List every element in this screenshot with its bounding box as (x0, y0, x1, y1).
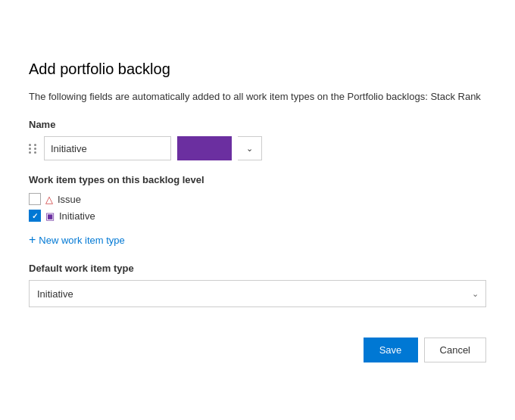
work-items-label: Work item types on this backlog level (29, 174, 486, 185)
issue-label: Issue (58, 194, 81, 205)
color-picker-button[interactable] (177, 136, 232, 160)
name-row: ⌄ (29, 136, 486, 160)
default-type-label: Default work item type (29, 263, 486, 274)
save-button[interactable]: Save (364, 338, 418, 362)
dialog-title: Add portfolio backlog (29, 61, 486, 78)
initiative-icon: ▣ (45, 210, 55, 222)
drag-handle-icon (29, 144, 38, 154)
default-type-wrapper: Initiative Issue ⌄ (29, 280, 486, 307)
add-portfolio-backlog-dialog: Add portfolio backlog The following fiel… (8, 39, 507, 381)
initiative-label: Initiative (59, 210, 95, 222)
default-type-section: Default work item type Initiative Issue … (29, 263, 486, 307)
work-item-row: ▣ Initiative (29, 210, 486, 222)
info-text: The following fields are automatically a… (29, 90, 486, 104)
dialog-footer: Save Cancel (29, 338, 486, 362)
plus-icon: + (29, 234, 36, 246)
issue-icon: △ (45, 194, 53, 205)
work-item-list: △ Issue ▣ Initiative (29, 193, 486, 222)
chevron-down-icon: ⌄ (246, 144, 253, 154)
issue-checkbox[interactable] (29, 193, 41, 205)
add-work-item-type-button[interactable]: + New work item type (29, 232, 125, 247)
name-input[interactable] (44, 136, 171, 160)
work-item-row: △ Issue (29, 193, 486, 205)
default-type-select[interactable]: Initiative Issue (29, 280, 486, 307)
name-label: Name (29, 119, 486, 130)
color-dropdown-button[interactable]: ⌄ (238, 136, 262, 160)
initiative-checkbox[interactable] (29, 210, 41, 222)
add-type-label: New work item type (39, 235, 124, 246)
cancel-button[interactable]: Cancel (424, 338, 486, 362)
